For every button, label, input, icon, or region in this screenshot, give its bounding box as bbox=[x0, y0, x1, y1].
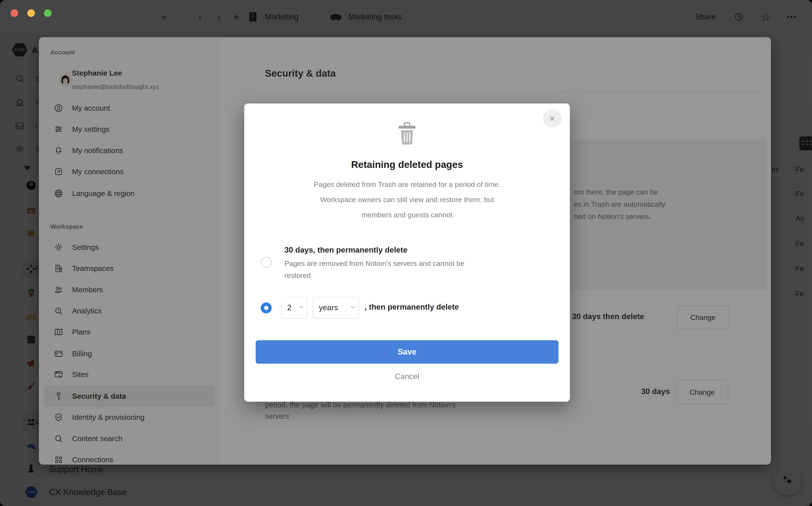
modal-description: Pages deleted from Trash are retained fo… bbox=[244, 180, 570, 189]
number-dropdown[interactable]: 2 bbox=[281, 297, 308, 319]
zoom-window-button[interactable] bbox=[44, 9, 52, 17]
chevron-down-icon bbox=[299, 306, 303, 310]
retaining-deleted-pages-modal: × Retaining deleted pages Pages deleted … bbox=[244, 103, 570, 402]
option-suffix: , then permanently delete bbox=[364, 303, 459, 312]
modal-description: members and guests cannot bbox=[244, 211, 570, 219]
chevron-down-icon bbox=[351, 306, 355, 310]
unit-dropdown[interactable]: years bbox=[313, 297, 359, 319]
save-button[interactable]: Save bbox=[256, 340, 558, 364]
cancel-button[interactable]: Cancel bbox=[244, 372, 570, 381]
modal-title: Retaining deleted pages bbox=[244, 159, 570, 170]
trash-icon bbox=[397, 122, 417, 146]
radio-custom-period[interactable] bbox=[261, 303, 272, 313]
close-window-button[interactable] bbox=[11, 9, 18, 17]
option-description: restored bbox=[284, 271, 311, 280]
minimize-window-button[interactable] bbox=[27, 9, 35, 17]
option-description: Pages are removed from Notion's servers … bbox=[284, 259, 464, 268]
close-icon[interactable]: × bbox=[543, 109, 562, 128]
option-title: 30 days, then permanently delete bbox=[284, 246, 407, 254]
modal-description: Workspace owners can still view and rest… bbox=[244, 195, 570, 204]
radio-30-days[interactable] bbox=[261, 257, 272, 268]
